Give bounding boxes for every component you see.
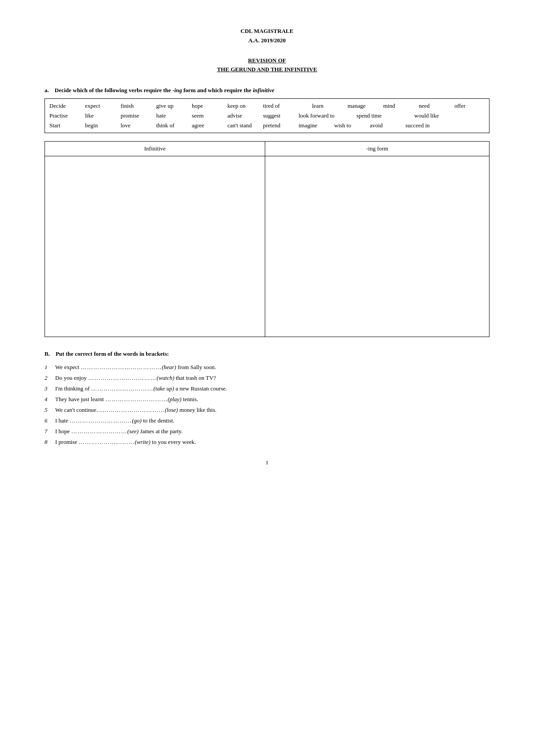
sentence-4-verb: (play) bbox=[168, 396, 182, 402]
word-succeed-in: succeed in bbox=[405, 122, 441, 129]
exercise-a-label: a. bbox=[44, 87, 49, 93]
header-line2: A.A. 2019/2020 bbox=[44, 36, 490, 45]
section-line1: REVISION OF bbox=[44, 56, 490, 65]
sentence-2-verb: (watch) bbox=[157, 374, 174, 381]
sentence-7-verb: (see) bbox=[127, 428, 138, 435]
sentence-3: 3 I'm thinking of …………………………(take up) a … bbox=[44, 385, 490, 392]
exercise-b-text: Put the correct form of the words in bra… bbox=[56, 350, 169, 357]
word-bank: Decide expect finish give up hope keep o… bbox=[44, 98, 490, 133]
sentence-3-dots: ………………………… bbox=[91, 385, 154, 392]
word-decide: Decide bbox=[49, 102, 85, 110]
instruction-text-start: Decide which of the following verbs requ… bbox=[55, 87, 173, 93]
sentence-5-text: We can't continue……………………………(lose) money… bbox=[55, 406, 490, 414]
page-header: CDL MAGISTRALE A.A. 2019/2020 bbox=[44, 27, 490, 45]
word-agree: agree bbox=[192, 122, 227, 129]
word-offer: offer bbox=[454, 102, 490, 110]
sentence-7-text: I hope ………………………(see) James at the party… bbox=[55, 428, 490, 435]
sentence-3-verb: (take up) bbox=[154, 385, 174, 392]
sentence-8-verb: (write) bbox=[135, 439, 150, 445]
word-need: need bbox=[419, 102, 454, 110]
sentence-1-dots: ………………………………… bbox=[81, 364, 162, 370]
word-practise: Practise bbox=[49, 112, 85, 119]
sentence-7-dots: ……………………… bbox=[71, 428, 127, 435]
sentence-6-verb: (go) bbox=[132, 417, 142, 424]
page-number: 1 bbox=[44, 459, 490, 466]
sentence-6-dots: ………………………… bbox=[69, 417, 132, 424]
sentence-7: 7 I hope ………………………(see) James at the par… bbox=[44, 428, 490, 435]
word-imagine: imagine bbox=[299, 122, 334, 129]
sentence-8-text: I promise ………………………(write) to you every … bbox=[55, 439, 490, 446]
word-wish-to: wish to bbox=[334, 122, 370, 129]
word-avoid: avoid bbox=[370, 122, 405, 129]
word-mind: mind bbox=[383, 102, 419, 110]
answer-table: Infinitive -ing form bbox=[44, 141, 490, 337]
ing-answer-cell[interactable] bbox=[265, 156, 490, 337]
word-promise: promise bbox=[121, 112, 156, 119]
sentence-6: 6 I hate …………………………(go) to the dentist. bbox=[44, 417, 490, 424]
sentence-2-text: Do you enjoy ……………………………(watch) that tra… bbox=[55, 374, 490, 382]
word-keep-on: keep on bbox=[227, 102, 263, 110]
sentence-5: 5 We can't continue……………………………(lose) mon… bbox=[44, 406, 490, 414]
word-start: Start bbox=[49, 122, 85, 129]
sentence-7-num: 7 bbox=[44, 428, 55, 435]
sentence-6-num: 6 bbox=[44, 417, 55, 424]
word-row-3: Start begin love think of agree can't st… bbox=[49, 122, 485, 129]
col-infinitive: Infinitive bbox=[45, 142, 265, 156]
infinitive-answer-cell[interactable] bbox=[45, 156, 265, 337]
word-hope: hope bbox=[192, 102, 227, 110]
sentence-5-verb: (lose) bbox=[165, 406, 178, 413]
sentence-2: 2 Do you enjoy ……………………………(watch) that t… bbox=[44, 374, 490, 382]
exercise-b-instruction: B. Put the correct form of the words in … bbox=[44, 350, 490, 358]
word-pretend: pretend bbox=[263, 122, 299, 129]
word-give-up: give up bbox=[156, 102, 192, 110]
sentence-1-text: We expect …………………………………(hear) from Sally… bbox=[55, 364, 490, 371]
word-hate: hate bbox=[156, 112, 192, 119]
sentence-3-text: I'm thinking of …………………………(take up) a ne… bbox=[55, 385, 490, 392]
word-expect: expect bbox=[85, 102, 121, 110]
ing-marker: -ing bbox=[172, 87, 182, 93]
word-spend-time: spend time bbox=[356, 112, 414, 119]
word-cant-stand: can't stand bbox=[227, 122, 263, 129]
sentence-4-dots: ………………………… bbox=[105, 396, 168, 402]
section-line2: THE GERUND AND THE INFINITIVE bbox=[44, 65, 490, 74]
word-begin: begin bbox=[85, 122, 121, 129]
word-suggest: suggest bbox=[263, 112, 299, 119]
sentence-3-num: 3 bbox=[44, 385, 55, 392]
sentence-1-num: 1 bbox=[44, 364, 55, 371]
exercise-b-list: 1 We expect …………………………………(hear) from Sal… bbox=[44, 364, 490, 446]
instruction-text-middle: form and which require the bbox=[182, 87, 253, 93]
word-manage: manage bbox=[348, 102, 383, 110]
sentence-2-dots: …………………………… bbox=[88, 374, 157, 381]
word-finish: finish bbox=[121, 102, 156, 110]
sentence-2-num: 2 bbox=[44, 374, 55, 382]
sentence-6-text: I hate …………………………(go) to the dentist. bbox=[55, 417, 490, 424]
sentence-1: 1 We expect …………………………………(hear) from Sal… bbox=[44, 364, 490, 371]
word-think-of: think of bbox=[156, 122, 192, 129]
exercise-b-label: B. bbox=[44, 350, 50, 357]
sentence-4-num: 4 bbox=[44, 396, 55, 403]
sentence-8: 8 I promise ………………………(write) to you ever… bbox=[44, 439, 490, 446]
word-like: like bbox=[85, 112, 121, 119]
word-seem: seem bbox=[192, 112, 227, 119]
sentence-5-num: 5 bbox=[44, 406, 55, 414]
header-line1: CDL MAGISTRALE bbox=[44, 27, 490, 36]
page-container: CDL MAGISTRALE A.A. 2019/2020 REVISION O… bbox=[44, 27, 490, 466]
col-ing: -ing form bbox=[265, 142, 490, 156]
word-look-forward-to: look forward to bbox=[299, 112, 356, 119]
exercise-a: a. Decide which of the following verbs r… bbox=[44, 87, 490, 337]
infinitive-marker: infinitive bbox=[253, 87, 274, 93]
sentence-8-num: 8 bbox=[44, 439, 55, 446]
sentence-4-text: They have just learnt …………………………(play) t… bbox=[55, 396, 490, 403]
word-learn: learn bbox=[312, 102, 348, 110]
word-row-1: Decide expect finish give up hope keep o… bbox=[49, 102, 485, 110]
word-advise: advise bbox=[227, 112, 263, 119]
word-love: love bbox=[121, 122, 156, 129]
section-title: REVISION OF THE GERUND AND THE INFINITIV… bbox=[44, 56, 490, 75]
sentence-4: 4 They have just learnt …………………………(play)… bbox=[44, 396, 490, 403]
sentence-8-dots: ……………………… bbox=[79, 439, 135, 445]
sentence-5-dots: …………………………… bbox=[96, 406, 165, 413]
word-would-like: would like bbox=[414, 112, 472, 119]
sentence-1-verb: (hear) bbox=[162, 364, 176, 370]
word-row-2: Practise like promise hate seem advise s… bbox=[49, 112, 485, 119]
exercise-a-instruction: a. Decide which of the following verbs r… bbox=[44, 87, 490, 94]
